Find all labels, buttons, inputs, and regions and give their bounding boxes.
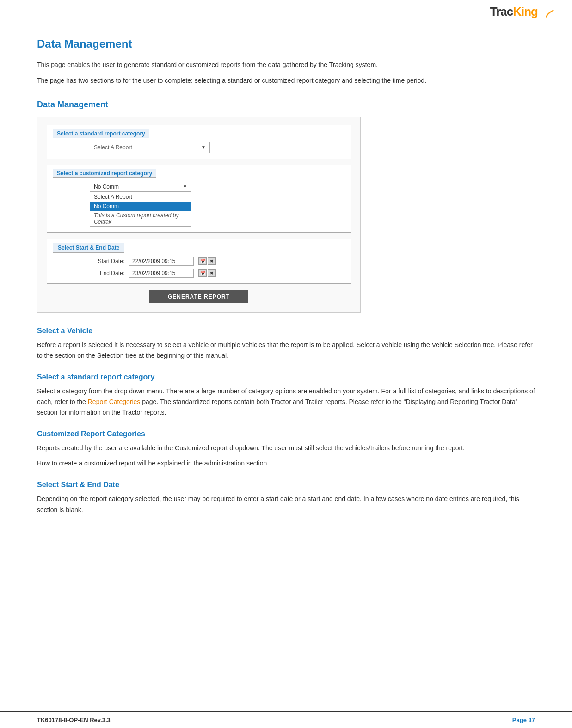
ui-section-title: Data Management (37, 100, 535, 110)
date-section-content: Start Date: 22/02/2009 09:15 📅 ✖ End Dat… (53, 257, 345, 278)
start-date-calendar-icon[interactable]: 📅 (198, 257, 207, 265)
intro-paragraph-1: This page enables the user to generate s… (37, 60, 535, 70)
customized-categories-title: Customized Report Categories (37, 430, 535, 438)
standard-report-select[interactable]: Select A Report ▼ (90, 142, 210, 153)
select-start-end-body: Depending on the report category selecte… (37, 494, 535, 515)
logo: TracKing (490, 5, 554, 19)
end-date-value[interactable]: 23/02/2009 09:15 (129, 269, 194, 278)
svg-point-0 (546, 15, 547, 17)
customized-dropdown-arrow-icon: ▼ (183, 184, 187, 189)
intro-paragraph-2: The page has two sections to for the use… (37, 75, 535, 86)
standard-report-section: Select a standard report category Select… (47, 125, 351, 159)
standard-report-legend: Select a standard report category (53, 129, 149, 138)
report-categories-link[interactable]: Report Categories (88, 398, 141, 405)
generate-report-button[interactable]: GENERATE REPORT (149, 290, 248, 303)
select-arrow-icon: ▼ (201, 145, 206, 150)
select-vehicle-title: Select a Vehicle (37, 327, 535, 335)
footer-page: Page 37 (512, 716, 535, 723)
page-footer: TK60178-8-OP-EN Rev.3.3 Page 37 (0, 711, 572, 728)
customized-dropdown-selected-value: No Comm (94, 184, 119, 190)
dropdown-item-custom-desc[interactable]: This is a Custom report created by Celtr… (90, 211, 191, 226)
customized-report-legend: Select a customized report category (53, 169, 156, 178)
start-date-value[interactable]: 22/02/2009 09:15 (129, 257, 194, 266)
page-header: TracKing (0, 0, 572, 24)
page-container: Data Management This page enables the us… (0, 24, 572, 548)
start-date-icons: 📅 ✖ (198, 257, 216, 265)
select-start-end-title: Select Start & End Date (37, 481, 535, 489)
customized-report-section: Select a customized report category No C… (47, 165, 351, 233)
customized-categories-body2: How to create a customized report will b… (37, 458, 535, 469)
standard-report-select-container: Select A Report ▼ (53, 142, 345, 153)
end-date-label: End Date: (94, 270, 124, 276)
page-title: Data Management (37, 37, 535, 50)
logo-king: King (513, 5, 538, 18)
standard-category-body: Select a category from the drop down men… (37, 386, 535, 418)
select-vehicle-body: Before a report is selected it is necess… (37, 340, 535, 361)
customized-categories-body1: Reports created by the user are availabl… (37, 443, 535, 453)
footer-revision: TK60178-8-OP-EN Rev.3.3 (37, 716, 111, 723)
dropdown-item-select-report[interactable]: Select A Report (90, 192, 191, 202)
customized-report-dropdown-menu: Select A Report No Comm This is a Custom… (90, 192, 191, 227)
customized-report-dropdown-header[interactable]: No Comm ▼ (90, 182, 191, 192)
dropdown-item-no-comm[interactable]: No Comm (90, 202, 191, 211)
end-date-calendar-icon[interactable]: 📅 (198, 269, 207, 277)
ui-screenshot-box: Select a standard report category Select… (37, 117, 361, 313)
logo-signal-icon (540, 5, 554, 19)
start-date-clear-icon[interactable]: ✖ (208, 257, 216, 265)
start-date-label: Start Date: (94, 258, 124, 264)
logo-text: TracKing (490, 5, 538, 19)
logo-trac: Trac (490, 5, 513, 18)
end-date-row: End Date: 23/02/2009 09:15 📅 ✖ (57, 269, 345, 278)
end-date-clear-icon[interactable]: ✖ (208, 269, 216, 277)
standard-category-title: Select a standard report category (37, 373, 535, 381)
start-date-row: Start Date: 22/02/2009 09:15 📅 ✖ (57, 257, 345, 266)
generate-btn-container: GENERATE REPORT (47, 290, 351, 303)
date-legend-button[interactable]: Select Start & End Date (53, 243, 124, 253)
end-date-icons: 📅 ✖ (198, 269, 216, 277)
customized-report-dropdown-container: No Comm ▼ Select A Report No Comm This i… (53, 182, 345, 227)
standard-report-select-label: Select A Report (94, 144, 132, 151)
date-section: Select Start & End Date Start Date: 22/0… (47, 239, 351, 284)
